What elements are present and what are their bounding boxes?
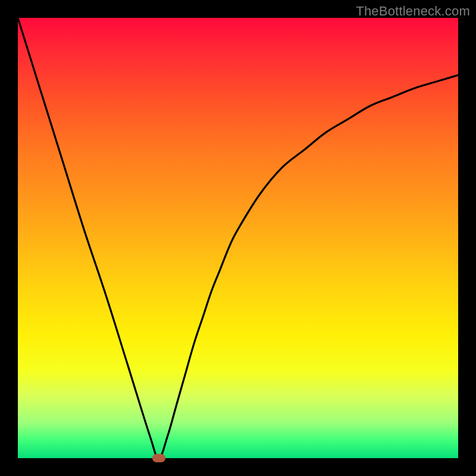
plot-area	[18, 18, 458, 458]
watermark-text: TheBottleneck.com	[356, 4, 470, 19]
bottleneck-curve	[18, 18, 458, 458]
curve-svg	[18, 18, 458, 458]
optimal-point-marker	[152, 454, 165, 462]
chart-container: TheBottleneck.com	[0, 0, 476, 476]
